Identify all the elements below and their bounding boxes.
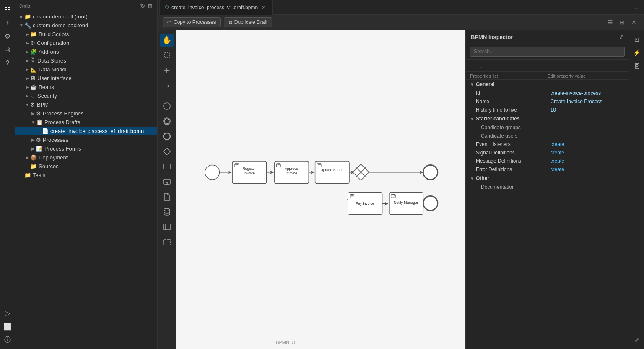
tree-node-user-interface[interactable]: ▶ 🖥 User Interface [15, 74, 157, 83]
svg-text:Invoice: Invoice [244, 171, 255, 175]
prop-candidate-users-row: Candidate users [466, 132, 629, 140]
svg-point-24 [205, 165, 220, 180]
other-section-label: Other [476, 175, 489, 181]
prop-error-defs-label: Error Definitions [476, 167, 551, 172]
right-icon-4[interactable]: ⤢ [631, 334, 643, 346]
tab-bpmn[interactable]: ⬡ create_invoice_process_v1.draft.bpmn ✕ [159, 0, 273, 15]
general-section-header[interactable]: ▼ General [466, 80, 629, 89]
prop-id-value: create-invoice-process [551, 90, 625, 96]
list-view-button[interactable]: ☰ [605, 17, 615, 27]
gateway-tool[interactable] [160, 145, 174, 158]
close-panel-button[interactable]: ✕ [629, 17, 639, 27]
tree-node-processes[interactable]: ▶ ⚙ Processes [15, 135, 157, 144]
tree-node-bpmn-file[interactable]: 📄 create_invoice_process_v1.draft.bpmn [15, 127, 157, 135]
folder-icon: 📁 [24, 13, 31, 20]
starter-candidates-section-header[interactable]: ▼ Starter candidates [466, 114, 629, 123]
prop-signal-defs-create-link[interactable]: create [551, 150, 625, 156]
space-tool-button[interactable] [160, 64, 174, 77]
deploy-icon: 📦 [30, 154, 37, 161]
node-label: Data Stores [37, 57, 154, 64]
tab-icon: ⬡ [165, 5, 169, 10]
right-icon-3[interactable]: 🗄 [631, 60, 643, 72]
refresh-icon[interactable]: ↻ [140, 3, 145, 9]
prop-documentation-row: Documentation [466, 183, 629, 191]
tree-node-process-drafts[interactable]: ▼ 📋 Process Drafts [15, 118, 157, 127]
bpmn-canvas[interactable]: Register Invoice Approve Invoice Update … [176, 30, 465, 349]
nav-dash-button[interactable]: — [486, 61, 495, 70]
prop-name-value: Create Invoice Process [551, 99, 625, 104]
tree-node-process-engines[interactable]: ▶ ⚙ Process Engines [15, 109, 157, 118]
tree-node-sources[interactable]: 📁 Sources [15, 162, 157, 171]
toolbar-right-buttons: ☰ ⊞ ✕ [605, 17, 639, 27]
tab-label: create_invoice_process_v1.draft.bpmn [171, 5, 258, 10]
prop-error-defs-create-link[interactable]: create [551, 167, 625, 172]
bpmn-branding: BPMN.iO [273, 339, 298, 346]
tree-node-data-model[interactable]: ▶ 📐 Data Model [15, 65, 157, 74]
hand-tool-button[interactable]: ✋ [160, 34, 174, 47]
tab-close-button[interactable]: ✕ [260, 4, 267, 11]
inspector-columns: Properties list Edit property value [466, 72, 629, 80]
folder-icon: 📁 [30, 31, 37, 37]
lasso-tool-button[interactable] [160, 49, 174, 62]
explorer-icon[interactable] [2, 3, 13, 15]
tree-node-custom-demo-all[interactable]: ▶ 📁 custom-demo-all (root) [15, 12, 157, 21]
other-section-header[interactable]: ▼ Other [466, 174, 629, 183]
end-event-tool[interactable] [160, 130, 174, 143]
node-label: Security [37, 93, 154, 99]
tab-bar: ⬡ create_invoice_process_v1.draft.bpmn ✕… [158, 0, 644, 15]
prop-event-listeners-create-link[interactable]: create [551, 141, 625, 147]
right-icon-2[interactable]: ⚡ [631, 47, 643, 59]
tree-node-configuration[interactable]: ▶ ⚙ Configuration [15, 39, 157, 47]
start-event-tool[interactable] [160, 99, 174, 113]
copy-icon: ⇨ [167, 19, 171, 25]
group-tool[interactable] [160, 235, 174, 249]
tab-more-button[interactable]: … [631, 2, 642, 12]
collapse-icon[interactable]: ⊟ [148, 3, 153, 9]
node-label: custom-demo-all (root) [33, 13, 154, 20]
forward-icon[interactable]: ⇉ [2, 44, 13, 55]
tree-node-security[interactable]: ▶ 🛡 Security [15, 91, 157, 100]
svg-text:Invoice: Invoice [286, 171, 297, 175]
prop-message-defs-create-link[interactable]: create [551, 158, 625, 164]
terminal-icon[interactable]: ⬜ [2, 320, 13, 332]
nav-up-button[interactable]: ↑ [470, 61, 476, 70]
tree-node-tests[interactable]: 📁 Tests [15, 171, 157, 180]
arrow-icon: ▶ [24, 49, 30, 54]
nav-down-button[interactable]: ↓ [478, 61, 484, 70]
connect-tool-button[interactable]: ↗ [158, 76, 176, 95]
pool-tool[interactable] [160, 220, 174, 234]
data-store-tool[interactable] [160, 205, 174, 219]
prop-id-row: Id create-invoice-process [466, 89, 629, 97]
duplicate-draft-button[interactable]: ⧉ Duplicate Draft [224, 17, 272, 27]
settings-icon[interactable]: ⚙ [2, 30, 13, 42]
run-icon[interactable]: ▷ [2, 307, 13, 319]
inspector-external-link-icon[interactable]: ⤢ [619, 34, 624, 40]
tree-node-process-forms[interactable]: ▶ 📝 Process Forms [15, 144, 157, 153]
copy-to-processes-label: Copy to Processes [174, 19, 216, 25]
tree-node-custom-demo-backend[interactable]: ▼ 🔧 custom-demo-backend [15, 21, 157, 30]
task-tool[interactable] [160, 160, 174, 173]
prop-candidate-groups-row: Candidate groups [466, 123, 629, 132]
tree-node-bpm[interactable]: ▼ ⚙ BPM [15, 100, 157, 109]
prop-signal-defs-row: Signal Definitions create [466, 148, 629, 157]
data-object-tool[interactable] [160, 190, 174, 203]
right-icon-1[interactable]: ⊡ [631, 34, 643, 45]
prop-candidate-groups-label: Candidate groups [481, 125, 625, 130]
svg-text:Register: Register [242, 167, 256, 171]
arrow-icon [24, 164, 30, 169]
inspector-search-input[interactable] [470, 47, 625, 57]
tree-node-data-stores[interactable]: ▶ 🗄 Data Stores [15, 56, 157, 65]
intermediate-event-tool[interactable] [160, 115, 174, 128]
grid-view-button[interactable]: ⊞ [617, 17, 627, 27]
tree-node-add-ons[interactable]: ▶ 🧩 Add-ons [15, 47, 157, 56]
tree-node-beans[interactable]: ▶ ☕ Beans [15, 83, 157, 91]
section-collapse-icon: ▼ [470, 176, 474, 181]
col1-header: Properties list [470, 73, 548, 78]
add-icon[interactable]: ＋ [2, 17, 13, 29]
tree-node-deployment[interactable]: ▶ 📦 Deployment [15, 153, 157, 162]
info-icon[interactable]: ⓘ [2, 334, 13, 346]
help-icon[interactable]: ？ [2, 57, 13, 69]
copy-to-processes-button[interactable]: ⇨ Copy to Processes [163, 17, 221, 27]
tree-node-build-scripts[interactable]: ▶ 📁 Build Scripts [15, 30, 157, 39]
subprocess-tool[interactable] [160, 175, 174, 188]
